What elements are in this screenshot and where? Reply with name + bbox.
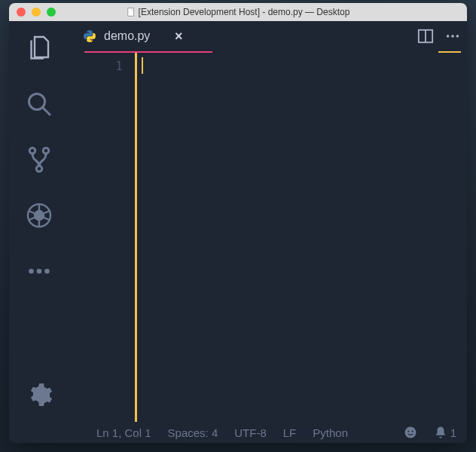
svg-point-16 (447, 35, 450, 38)
settings-icon[interactable] (26, 381, 53, 408)
svg-point-12 (37, 269, 42, 274)
svg-point-21 (411, 430, 413, 432)
svg-point-1 (29, 94, 45, 110)
search-icon[interactable] (26, 90, 53, 118)
code-area[interactable] (137, 53, 467, 422)
feedback-smiley-icon[interactable] (404, 426, 417, 439)
editor-area: demo.py × (69, 21, 467, 422)
svg-point-4 (43, 148, 49, 154)
svg-rect-0 (128, 8, 134, 17)
tabbar-actions (417, 28, 461, 44)
editor[interactable]: 1 (69, 53, 467, 422)
bell-icon (434, 426, 447, 439)
svg-line-2 (43, 108, 51, 116)
window-controls (17, 8, 56, 17)
svg-point-17 (451, 35, 454, 38)
split-editor-icon[interactable] (417, 28, 434, 44)
svg-point-13 (44, 269, 50, 274)
status-eol[interactable]: LF (283, 426, 297, 439)
svg-point-19 (404, 427, 416, 438)
debug-icon[interactable] (26, 202, 53, 229)
minimize-window-button[interactable] (32, 8, 41, 17)
tab-bar: demo.py × (69, 21, 467, 51)
vscode-window: [Extension Development Host] - demo.py —… (9, 3, 467, 443)
status-notifications[interactable]: 1 (434, 426, 456, 439)
more-icon[interactable] (26, 258, 53, 285)
more-actions-icon[interactable] (444, 28, 461, 44)
status-language[interactable]: Python (313, 426, 348, 439)
status-encoding[interactable]: UTF-8 (234, 426, 267, 439)
main-area: demo.py × (9, 21, 467, 422)
notifications-count: 1 (450, 426, 456, 439)
python-icon (83, 29, 96, 43)
line-gutter: 1 (69, 53, 137, 422)
explorer-icon[interactable] (26, 35, 53, 62)
close-window-button[interactable] (17, 8, 26, 17)
status-cursor-position[interactable]: Ln 1, Col 1 (96, 426, 151, 439)
window-title: [Extension Development Host] - demo.py —… (127, 7, 350, 17)
activity-bar (9, 21, 69, 422)
maximize-window-button[interactable] (47, 8, 56, 17)
file-icon (127, 8, 136, 17)
tab-demo-py[interactable]: demo.py × (75, 25, 192, 47)
window-title-text: [Extension Development Host] - demo.py —… (139, 7, 350, 17)
svg-point-11 (29, 269, 34, 274)
status-bar: Ln 1, Col 1 Spaces: 4 UTF-8 LF Python 1 (9, 422, 467, 443)
svg-point-20 (407, 430, 409, 432)
text-cursor (142, 57, 143, 74)
titlebar: [Extension Development Host] - demo.py —… (9, 3, 467, 21)
close-tab-icon[interactable]: × (172, 30, 185, 42)
svg-point-18 (456, 35, 459, 38)
svg-point-5 (36, 166, 42, 172)
line-number: 1 (69, 57, 123, 75)
svg-point-3 (29, 148, 35, 154)
status-indentation[interactable]: Spaces: 4 (168, 426, 218, 439)
source-control-icon[interactable] (26, 146, 53, 173)
tab-filename: demo.py (104, 29, 150, 43)
